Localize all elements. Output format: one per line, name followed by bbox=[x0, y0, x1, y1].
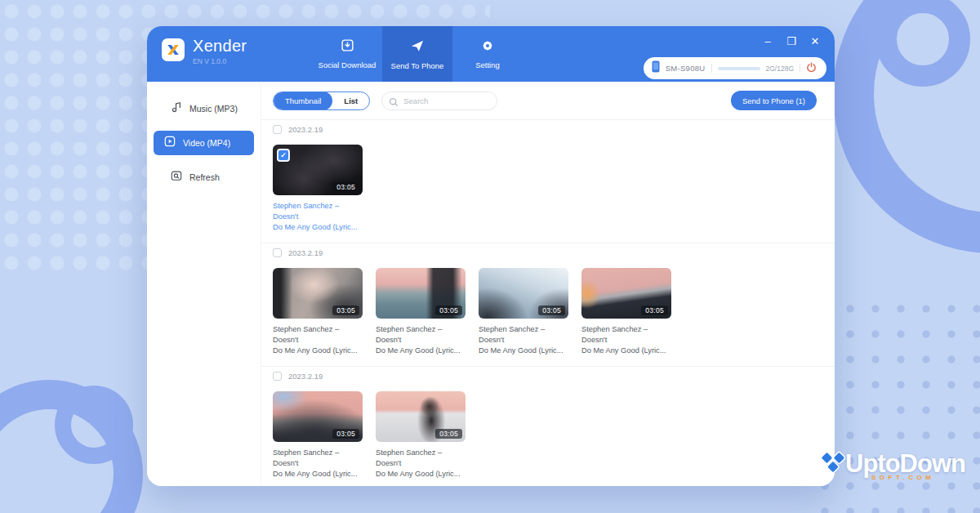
desktop-background: Xender EN V 1.0.0 Social Download bbox=[0, 0, 980, 513]
app-title: Xender bbox=[193, 37, 247, 56]
decor-ring bbox=[55, 386, 133, 464]
sidebar-item-video[interactable]: Video (MP4) bbox=[154, 131, 254, 155]
phone-icon bbox=[652, 60, 660, 76]
app-version: EN V 1.0.0 bbox=[193, 57, 247, 65]
search-box bbox=[381, 91, 497, 110]
window-controls: – ❒ ✕ bbox=[761, 34, 822, 49]
maximize-button[interactable]: ❒ bbox=[785, 34, 798, 49]
checkbox[interactable] bbox=[273, 248, 282, 257]
video-card[interactable]: 03:05 Stephen Sanchez – Doesn't Do Me An… bbox=[376, 391, 466, 480]
date-section-header: 2023.2.19 bbox=[261, 243, 835, 261]
divider bbox=[800, 64, 800, 73]
search-input[interactable] bbox=[381, 91, 497, 110]
duration-badge: 03:05 bbox=[435, 429, 462, 439]
duration-badge: 03:05 bbox=[538, 306, 565, 315]
video-title: Stephen Sanchez – Doesn't Do Me Any Good… bbox=[479, 324, 568, 356]
music-note-icon bbox=[171, 101, 182, 116]
video-title: Stephen Sanchez – Doesn't Do Me Any Good… bbox=[273, 324, 363, 356]
header-tabs: Social Download Send To Phone bbox=[312, 26, 523, 82]
power-disconnect-icon[interactable] bbox=[806, 61, 817, 76]
paper-plane-icon bbox=[410, 38, 425, 56]
checkbox[interactable] bbox=[273, 125, 282, 134]
video-card[interactable]: ✓ 03:05 Stephen Sanchez – Doesn't Do Me … bbox=[273, 145, 363, 233]
checkbox[interactable] bbox=[273, 372, 282, 381]
date-label: 2023.2.19 bbox=[288, 125, 323, 134]
date-section-header: 2023.2.19 bbox=[261, 366, 835, 385]
video-thumbnail[interactable]: 03:05 bbox=[376, 391, 466, 442]
video-card[interactable]: 03:05 Stephen Sanchez – Doesn't Do Me An… bbox=[479, 268, 568, 356]
checkbox-checked-icon[interactable]: ✓ bbox=[277, 149, 290, 162]
toolbar: Thumbnail List Send to Phone (1) bbox=[261, 82, 835, 119]
video-card[interactable]: 03:05 Stephen Sanchez – Doesn't Do Me An… bbox=[376, 268, 466, 356]
video-thumbnail[interactable]: 03:05 bbox=[376, 268, 466, 319]
sidebar: Music (MP3) Video (MP4) bbox=[147, 82, 261, 486]
video-title: Stephen Sanchez – Doesn't Do Me Any Good… bbox=[376, 448, 466, 480]
tab-social-download[interactable]: Social Download bbox=[312, 26, 382, 82]
video-thumbnail[interactable]: 03:05 bbox=[581, 268, 671, 319]
gear-icon bbox=[481, 39, 494, 56]
storage-bar bbox=[718, 67, 760, 70]
video-card[interactable]: 03:05 Stephen Sanchez – Doesn't Do Me An… bbox=[581, 268, 671, 356]
video-thumbnail[interactable]: 03:05 bbox=[479, 268, 568, 319]
date-label: 2023.2.19 bbox=[288, 248, 323, 257]
app-window: Xender EN V 1.0.0 Social Download bbox=[147, 26, 835, 486]
uptodown-watermark: UptoDown SOFT.COM bbox=[816, 448, 965, 485]
app-header: Xender EN V 1.0.0 Social Download bbox=[147, 26, 835, 82]
list-view-button[interactable]: List bbox=[332, 91, 369, 110]
sidebar-item-label: Video (MP4) bbox=[183, 138, 230, 148]
tab-label: Setting bbox=[475, 60, 500, 69]
watermark-title: UptoDown bbox=[845, 452, 965, 476]
date-section: 2023.2.19 ✓ 03:05 Stephen Sanchez – Does… bbox=[261, 119, 835, 243]
thumbnail-view-button[interactable]: Thumbnail bbox=[274, 91, 332, 110]
connected-device-pill: SM-S908U 2G/128G bbox=[644, 57, 826, 79]
folder-search-icon bbox=[171, 170, 182, 185]
video-thumbnail[interactable]: ✓ 03:05 bbox=[273, 145, 363, 195]
video-card[interactable]: 03:05 Stephen Sanchez – Doesn't Do Me An… bbox=[273, 391, 363, 480]
video-title: Stephen Sanchez – Doesn't Do Me Any Good… bbox=[376, 324, 466, 356]
date-section: 2023.2.19 03:05 Stephen Sanchez – Doesn'… bbox=[261, 366, 835, 486]
video-card[interactable]: 03:05 Stephen Sanchez – Doesn't Do Me An… bbox=[273, 268, 363, 356]
sidebar-item-music[interactable]: Music (MP3) bbox=[154, 96, 254, 121]
duration-badge: 03:05 bbox=[332, 306, 359, 315]
main-panel: Thumbnail List Send to Phone (1) bbox=[261, 82, 835, 486]
video-title: Stephen Sanchez – Doesn't Do Me Any Good… bbox=[273, 201, 363, 233]
video-thumbnail[interactable]: 03:05 bbox=[273, 391, 363, 442]
date-section-header: 2023.2.19 bbox=[261, 119, 835, 138]
download-tray-icon bbox=[341, 38, 354, 56]
view-toggle: Thumbnail List bbox=[273, 91, 370, 110]
tab-label: Send To Phone bbox=[391, 61, 444, 70]
duration-badge: 03:05 bbox=[435, 306, 462, 315]
xender-logo-icon bbox=[162, 38, 185, 61]
device-name: SM-S908U bbox=[666, 64, 706, 73]
video-thumbnail[interactable]: 03:05 bbox=[273, 268, 363, 319]
sidebar-item-refresh[interactable]: Refresh bbox=[154, 165, 254, 190]
duration-badge: 03:05 bbox=[641, 306, 668, 315]
date-section: 2023.2.19 03:05 Stephen Sanchez – Doesn'… bbox=[261, 243, 835, 366]
video-list: 2023.2.19 ✓ 03:05 Stephen Sanchez – Does… bbox=[261, 119, 835, 486]
app-brand: Xender EN V 1.0.0 bbox=[162, 37, 247, 65]
sidebar-item-label: Refresh bbox=[189, 172, 220, 182]
divider bbox=[711, 64, 712, 73]
search-icon bbox=[389, 96, 399, 110]
duration-badge: 03:05 bbox=[332, 182, 359, 192]
duration-badge: 03:05 bbox=[332, 429, 359, 439]
tab-setting[interactable]: Setting bbox=[452, 26, 523, 82]
close-button[interactable]: ✕ bbox=[808, 34, 822, 49]
send-to-phone-button[interactable]: Send to Phone (1) bbox=[731, 91, 817, 110]
video-title: Stephen Sanchez – Doesn't Do Me Any Good… bbox=[273, 448, 363, 480]
sidebar-item-label: Music (MP3) bbox=[189, 104, 238, 114]
tab-label: Social Download bbox=[318, 60, 376, 69]
tab-send-to-phone[interactable]: Send To Phone bbox=[382, 26, 452, 82]
video-play-icon bbox=[164, 136, 176, 150]
date-label: 2023.2.19 bbox=[288, 372, 323, 381]
minimize-button[interactable]: – bbox=[761, 34, 774, 49]
video-title: Stephen Sanchez – Doesn't Do Me Any Good… bbox=[581, 324, 671, 356]
storage-text: 2G/128G bbox=[766, 65, 795, 73]
